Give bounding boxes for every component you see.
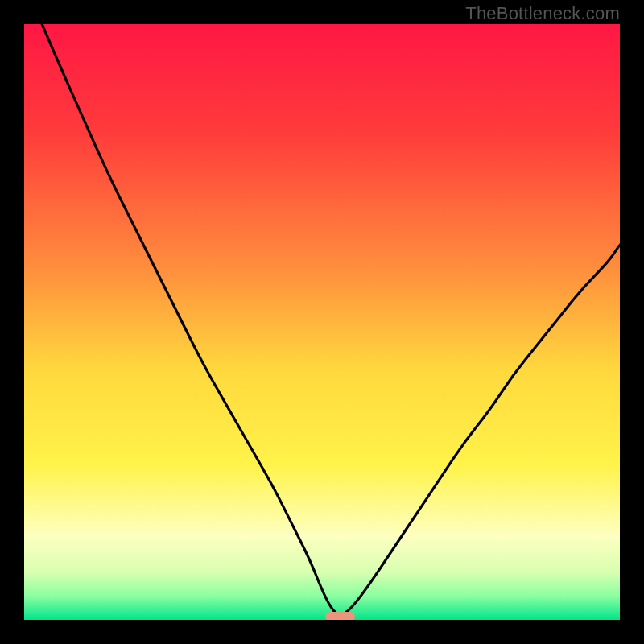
bottleneck-curve bbox=[42, 24, 620, 615]
plot-area bbox=[24, 24, 620, 620]
attribution-label: TheBottleneck.com bbox=[465, 3, 620, 24]
curve-layer bbox=[24, 24, 620, 620]
optimal-marker bbox=[325, 612, 355, 620]
chart-frame: TheBottleneck.com bbox=[0, 0, 644, 644]
